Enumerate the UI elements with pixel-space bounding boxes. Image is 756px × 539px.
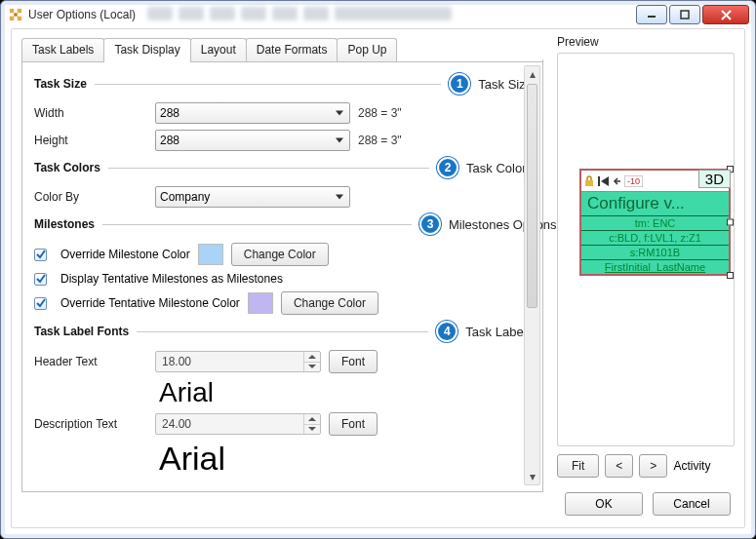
- milestone-color-swatch: [198, 244, 223, 265]
- close-button[interactable]: [702, 5, 749, 24]
- override-milestone-color-label: Override Milestone Color: [60, 248, 190, 261]
- card-line-2: c:BLD, f:LVL1, z:Z1: [581, 230, 729, 245]
- fit-button[interactable]: Fit: [557, 454, 599, 478]
- change-color-button-1[interactable]: Change Color: [231, 243, 329, 266]
- override-milestone-color-checkbox[interactable]: [34, 249, 47, 261]
- annotation-label-2: Task Colors: [466, 161, 533, 175]
- description-font-button[interactable]: Font: [329, 412, 378, 436]
- svg-rect-6: [681, 11, 689, 19]
- colorby-label: Color By: [34, 190, 147, 204]
- svg-rect-3: [18, 17, 21, 20]
- resize-handle-mr[interactable]: [727, 219, 734, 226]
- offset-badge: -10: [624, 175, 643, 187]
- next-button[interactable]: >: [639, 454, 667, 478]
- preview-area: -10 20 3D Configure v... tm: ENC c:BLD, …: [557, 53, 735, 446]
- annotation-badge-1: 1: [449, 73, 470, 95]
- scroll-down-icon[interactable]: ▾: [525, 469, 539, 484]
- override-tentative-color-label: Override Tentative Milestone Color: [60, 296, 240, 310]
- tentative-color-swatch: [248, 292, 273, 314]
- svg-rect-4: [14, 13, 18, 17]
- preview-label: Preview: [557, 35, 735, 49]
- annotation-label-4: Task Labels: [465, 325, 533, 339]
- section-task-size: Task Size: [34, 77, 87, 91]
- svg-rect-9: [585, 180, 593, 186]
- tab-date-formats[interactable]: Date Formats: [246, 38, 338, 61]
- description-text-label: Description Text: [34, 417, 147, 431]
- width-combo[interactable]: 288: [155, 102, 350, 124]
- section-task-colors: Task Colors: [34, 161, 100, 174]
- header-font-sample: Arial: [159, 377, 533, 408]
- tab-layout[interactable]: Layout: [190, 38, 247, 61]
- scroll-thumb[interactable]: [527, 84, 537, 308]
- height-combo[interactable]: 288: [155, 130, 350, 151]
- window-chrome: User Options (Local) Task Labels Task Di…: [0, 0, 756, 539]
- annotation-badge-3: 3: [419, 213, 441, 235]
- tab-task-display[interactable]: Task Display: [103, 38, 190, 61]
- tab-content: ▴ ▾ Task Size 1 Task Size Width 288: [21, 59, 543, 492]
- description-font-sample: Arial: [159, 440, 533, 478]
- tab-task-labels[interactable]: Task Labels: [21, 38, 104, 61]
- annotation-badge-4: 4: [436, 321, 458, 342]
- change-color-button-2[interactable]: Change Color: [281, 291, 378, 315]
- svg-rect-2: [10, 17, 14, 20]
- svg-rect-10: [598, 176, 600, 186]
- card-line-4: FirstInitial_LastName: [581, 259, 729, 274]
- scroll-up-icon[interactable]: ▴: [525, 66, 539, 82]
- svg-marker-11: [601, 176, 609, 186]
- header-text-label: Header Text: [34, 355, 147, 368]
- room3d-badge: 3D: [698, 170, 731, 188]
- header-font-button[interactable]: Font: [329, 350, 378, 373]
- card-title: Configure v...: [581, 192, 729, 215]
- svg-rect-0: [10, 9, 14, 13]
- resize-handle-br[interactable]: [727, 272, 734, 279]
- card-line-1: tm: ENC: [581, 215, 729, 230]
- width-label: Width: [34, 106, 147, 120]
- annotation-badge-2: 2: [437, 157, 458, 178]
- display-tentative-checkbox[interactable]: [34, 273, 47, 286]
- activity-label: Activity: [673, 459, 710, 473]
- ok-button[interactable]: OK: [565, 492, 643, 516]
- height-label: Height: [34, 134, 147, 147]
- section-milestones: Milestones: [34, 217, 95, 231]
- description-text-spinner[interactable]: 24.00: [155, 413, 321, 435]
- colorby-combo[interactable]: Company: [155, 186, 350, 208]
- height-hint: 288 = 3": [358, 134, 402, 147]
- display-tentative-label: Display Tentative Milestones as Mileston…: [60, 272, 283, 286]
- prev-button[interactable]: <: [605, 454, 633, 478]
- arrow-left-icon: [613, 175, 622, 187]
- cancel-button[interactable]: Cancel: [653, 492, 731, 516]
- lock-icon: [583, 175, 595, 187]
- maximize-button[interactable]: [669, 5, 700, 24]
- override-tentative-color-checkbox[interactable]: [34, 297, 47, 310]
- app-icon: [9, 8, 22, 21]
- skip-back-icon: [597, 175, 611, 187]
- preview-task-card[interactable]: -10 20 3D Configure v... tm: ENC c:BLD, …: [579, 169, 731, 276]
- scrollbar[interactable]: ▴ ▾: [524, 65, 540, 485]
- annotation-label-3: Milestones Options: [449, 218, 533, 231]
- tab-pop-up[interactable]: Pop Up: [337, 38, 397, 61]
- section-task-label-fonts: Task Label Fonts: [34, 325, 129, 338]
- width-hint: 288 = 3": [358, 106, 402, 120]
- header-text-spinner[interactable]: 18.00: [155, 351, 321, 372]
- window-title: User Options (Local): [28, 8, 136, 21]
- card-line-3: s:RM101B: [581, 245, 729, 259]
- svg-rect-1: [18, 9, 21, 13]
